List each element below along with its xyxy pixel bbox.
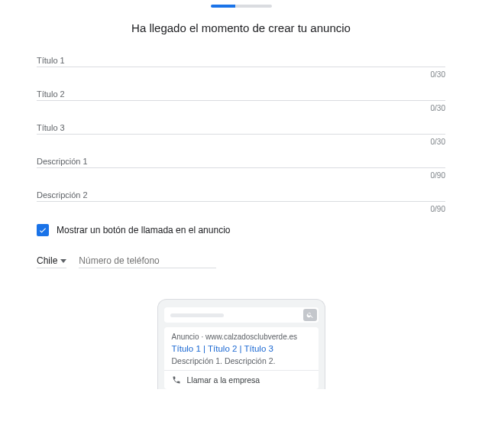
title3-counter: 0/30 bbox=[37, 138, 445, 146]
preview-search-button bbox=[303, 309, 317, 321]
preview-call-label: Llamar a la empresa bbox=[187, 375, 260, 385]
desc1-underline bbox=[37, 167, 445, 168]
progress-empty bbox=[235, 5, 272, 8]
preview-ad-tag: Anuncio · www.calzadosclubverde.es bbox=[172, 333, 311, 341]
ad-preview: Anuncio · www.calzadosclubverde.es Títul… bbox=[37, 299, 445, 389]
ad-form: Título 1 0/30 Título 2 0/30 Título 3 0/3… bbox=[0, 56, 482, 389]
title3-field[interactable]: Título 3 bbox=[37, 123, 445, 135]
phone-row: Chile bbox=[37, 253, 445, 268]
phone-frame: Anuncio · www.calzadosclubverde.es Títul… bbox=[157, 299, 325, 389]
checkmark-icon bbox=[38, 226, 47, 235]
call-checkbox-label: Mostrar un botón de llamada en el anunci… bbox=[57, 225, 230, 235]
desc2-field[interactable]: Descripción 2 bbox=[37, 190, 445, 202]
desc2-label: Descripción 2 bbox=[37, 190, 445, 200]
title1-field[interactable]: Título 1 bbox=[37, 56, 445, 67]
title1-label: Título 1 bbox=[37, 56, 445, 66]
preview-tag-prefix: Anuncio bbox=[172, 333, 199, 341]
title2-label: Título 2 bbox=[37, 89, 445, 99]
progress-bar bbox=[211, 5, 272, 8]
title1-underline bbox=[37, 66, 445, 67]
desc2-underline bbox=[37, 200, 445, 202]
preview-separator: · bbox=[199, 333, 205, 341]
title2-underline bbox=[37, 99, 445, 101]
preview-ad-titles: Título 1 | Título 2 | Título 3 bbox=[172, 343, 311, 355]
preview-ad-descriptions: Descripción 1. Descripción 2. bbox=[172, 356, 311, 365]
preview-call-row: Llamar a la empresa bbox=[164, 370, 319, 389]
search-icon bbox=[306, 311, 314, 319]
search-placeholder-line bbox=[170, 313, 224, 317]
preview-ad-card: Anuncio · www.calzadosclubverde.es Títul… bbox=[164, 327, 319, 389]
phone-input-wrap bbox=[79, 253, 216, 268]
call-button-option: Mostrar un botón de llamada en el anunci… bbox=[37, 224, 445, 236]
title2-counter: 0/30 bbox=[37, 104, 445, 112]
title2-field[interactable]: Título 2 bbox=[37, 89, 445, 101]
country-select[interactable]: Chile bbox=[37, 254, 66, 268]
desc1-field[interactable]: Descripción 1 bbox=[37, 157, 445, 168]
preview-ad-body: Anuncio · www.calzadosclubverde.es Títul… bbox=[164, 327, 319, 370]
country-value: Chile bbox=[37, 255, 57, 266]
title3-label: Título 3 bbox=[37, 123, 445, 133]
progress-filled bbox=[211, 5, 235, 8]
desc2-counter: 0/90 bbox=[37, 205, 445, 213]
phone-input[interactable] bbox=[79, 254, 216, 268]
preview-domain: www.calzadosclubverde.es bbox=[205, 333, 297, 341]
chevron-down-icon bbox=[60, 259, 66, 263]
call-checkbox[interactable] bbox=[37, 224, 49, 236]
page-title: Ha llegado el momento de crear tu anunci… bbox=[0, 21, 482, 34]
phone-icon bbox=[172, 375, 181, 385]
desc1-label: Descripción 1 bbox=[37, 157, 445, 167]
desc1-counter: 0/90 bbox=[37, 171, 445, 180]
title3-underline bbox=[37, 133, 445, 135]
title1-counter: 0/30 bbox=[37, 70, 445, 79]
preview-search-bar bbox=[164, 307, 319, 323]
